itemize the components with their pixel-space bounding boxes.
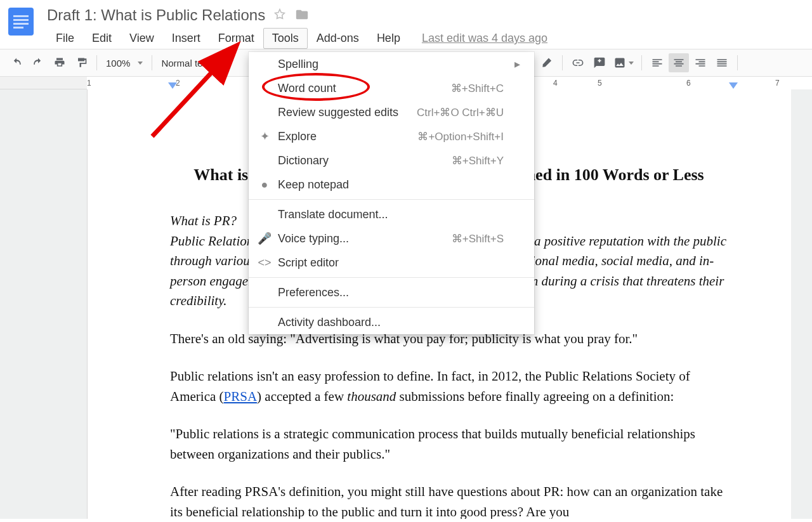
menu-item-label: Keep notepad — [278, 178, 497, 192]
top-header: Draft 1: What is Public Relations File E… — [0, 0, 812, 49]
align-center-button[interactable] — [669, 53, 689, 72]
last-edit-link[interactable]: Last edit was 4 days ago — [422, 32, 547, 45]
align-left-button[interactable] — [647, 53, 667, 72]
move-folder-icon[interactable] — [294, 8, 310, 23]
svg-rect-2 — [13, 19, 29, 21]
menu-item-label: Translate document... — [278, 208, 497, 221]
tools-menu-item[interactable]: Translate document... — [249, 202, 534, 226]
ruler-num-1: 1 — [87, 79, 91, 88]
menu-item-label: Voice typing... — [278, 232, 445, 245]
tools-menu-item[interactable]: ●Keep notepad — [249, 173, 534, 197]
paragraph-style-dropdown[interactable]: Normal text — [157, 53, 227, 72]
svg-rect-4 — [13, 27, 23, 29]
menu-file[interactable]: File — [47, 28, 83, 49]
tools-menu-item[interactable]: ✦Explore⌘+Option+Shift+I — [249, 124, 534, 148]
tools-menu-item[interactable]: Review suggested editsCtrl+⌘O Ctrl+⌘U — [249, 100, 534, 124]
menu-addons[interactable]: Add-ons — [308, 28, 368, 49]
menu-item-label: Dictionary — [278, 154, 445, 167]
highlight-button[interactable] — [537, 53, 557, 72]
menu-item-label: Review suggested edits — [278, 106, 410, 119]
insert-link-button[interactable] — [568, 53, 588, 72]
menu-item-shortcut: Ctrl+⌘O Ctrl+⌘U — [417, 106, 504, 119]
undo-button[interactable] — [6, 53, 27, 72]
align-justify-button[interactable] — [712, 53, 732, 72]
menu-item-label: Script editor — [278, 256, 497, 270]
menu-item-label: Spelling — [278, 58, 497, 71]
menu-tools[interactable]: Tools — [263, 28, 308, 49]
zoom-value: 100% — [106, 58, 130, 69]
menu-separator — [249, 199, 534, 200]
menubar: File Edit View Insert Format Tools Add-o… — [47, 28, 802, 49]
tools-menu-item[interactable]: <>Script editor — [249, 251, 534, 275]
tools-menu-item[interactable]: Preferences... — [249, 280, 534, 304]
doc-paragraph: "Public relations is a strategic communi… — [170, 424, 728, 464]
svg-marker-6 — [729, 82, 738, 89]
add-comment-button[interactable] — [589, 53, 610, 72]
tools-menu-item[interactable]: Word count⌘+Shift+C — [249, 76, 534, 100]
tools-dropdown-menu: Spelling▸Word count⌘+Shift+CReview sugge… — [249, 52, 534, 334]
svg-rect-0 — [8, 8, 34, 36]
prsa-link[interactable]: PRSA — [224, 389, 258, 404]
menu-view[interactable]: View — [121, 28, 163, 49]
tools-menu-item[interactable]: Activity dashboard... — [249, 310, 534, 334]
tools-menu-item[interactable]: Dictionary⌘+Shift+Y — [249, 148, 534, 173]
menu-item-shortcut: ⌘+Shift+Y — [452, 154, 504, 167]
menu-item-label: Word count — [278, 82, 445, 95]
menu-edit[interactable]: Edit — [83, 28, 121, 49]
menu-item-icon: ✦ — [258, 129, 272, 143]
menu-separator — [249, 307, 534, 308]
menu-separator — [249, 277, 534, 278]
submenu-arrow-icon: ▸ — [510, 57, 520, 71]
print-button[interactable] — [49, 53, 70, 72]
redo-button[interactable] — [28, 53, 48, 72]
indent-right-marker[interactable] — [729, 82, 738, 89]
tools-menu-item[interactable]: 🎤Voice typing...⌘+Shift+S — [249, 226, 534, 251]
doc-paragraph: After reading PRSA's definition, you mig… — [170, 482, 728, 519]
ruler-num-5: 5 — [598, 79, 602, 88]
docs-logo-icon[interactable] — [8, 5, 34, 38]
indent-left-marker[interactable] — [168, 82, 177, 89]
menu-item-shortcut: ⌘+Shift+C — [451, 82, 504, 95]
menu-item-icon: ● — [258, 178, 272, 192]
chevron-down-icon — [138, 62, 143, 65]
menu-insert[interactable]: Insert — [163, 28, 209, 49]
style-value: Normal text — [161, 58, 210, 69]
document-title[interactable]: Draft 1: What is Public Relations — [47, 6, 265, 24]
menu-item-icon: <> — [258, 256, 272, 270]
menu-help[interactable]: Help — [368, 28, 409, 49]
doc-paragraph: Public relations isn't an easy professio… — [170, 367, 728, 407]
svg-rect-1 — [13, 15, 29, 17]
menu-item-shortcut: ⌘+Shift+S — [452, 232, 504, 245]
ruler-num-7: 7 — [775, 79, 780, 88]
align-right-button[interactable] — [690, 53, 710, 72]
menu-item-icon: 🎤 — [258, 232, 272, 245]
zoom-dropdown[interactable]: 100% — [102, 53, 147, 72]
svg-rect-3 — [13, 23, 29, 25]
menu-item-label: Preferences... — [278, 286, 497, 299]
menu-format[interactable]: Format — [209, 28, 263, 49]
svg-marker-5 — [168, 82, 177, 89]
insert-image-button[interactable] — [611, 53, 636, 72]
menu-item-label: Activity dashboard... — [278, 316, 497, 329]
tools-menu-item[interactable]: Spelling▸ — [249, 52, 534, 76]
star-icon[interactable] — [273, 8, 287, 23]
menu-item-label: Explore — [278, 130, 411, 143]
menu-item-shortcut: ⌘+Option+Shift+I — [417, 130, 504, 143]
paint-format-button[interactable] — [71, 53, 91, 72]
ruler-num-4: 4 — [553, 79, 558, 88]
ruler-num-6: 6 — [686, 79, 691, 88]
